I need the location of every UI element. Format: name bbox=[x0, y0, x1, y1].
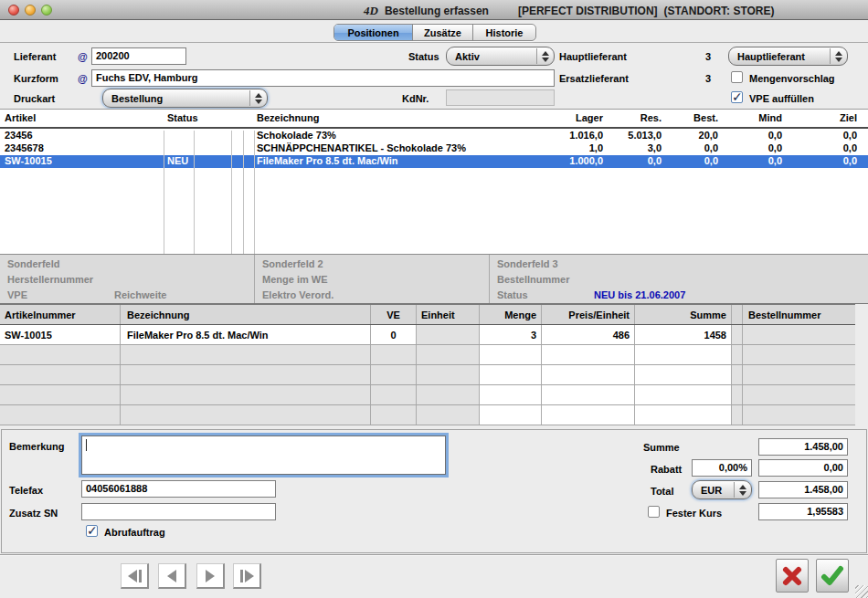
tab-historie[interactable]: Historie bbox=[473, 25, 535, 40]
abrufauftrag-checkbox[interactable] bbox=[86, 525, 98, 537]
lieferant-input[interactable]: 200200 bbox=[91, 47, 186, 65]
kurzform-input[interactable]: Fuchs EDV, Hamburg bbox=[91, 69, 555, 87]
cell-artikelnummer: SW-10015 bbox=[0, 325, 120, 344]
cell-best: 0,0 bbox=[704, 142, 718, 153]
telefax-input[interactable]: 04056061888 bbox=[81, 480, 276, 498]
cancel-button[interactable] bbox=[776, 559, 809, 593]
rabatt-percent-input[interactable]: 0,00% bbox=[692, 459, 752, 477]
cell-bezeichnung bbox=[120, 365, 370, 384]
col-header-lager[interactable]: Lager bbox=[576, 112, 603, 123]
next-record-button[interactable] bbox=[196, 563, 225, 589]
cell-menge[interactable] bbox=[479, 385, 541, 404]
window-titlebar[interactable]: 4D Bestellung erfassen [PERFECT DISTRIBU… bbox=[0, 0, 868, 20]
col-header-status[interactable]: Status bbox=[167, 112, 198, 123]
cell-bestellnummer bbox=[742, 325, 855, 344]
cell-artikel: SW-10015 bbox=[5, 155, 52, 166]
cell-preis[interactable]: 486 bbox=[541, 325, 634, 344]
col-header-ziel[interactable]: Ziel bbox=[840, 112, 857, 123]
window-title-location: (STANDORT: STORE) bbox=[664, 5, 775, 17]
article-list: Artikel Status Bezeichnung Lager Res. Be… bbox=[0, 109, 868, 254]
lieferantart-dropdown[interactable]: Hauptlieferant bbox=[728, 47, 848, 66]
bemerkung-textarea[interactable] bbox=[81, 435, 446, 475]
col-header-bestellnummer[interactable]: Bestellnummer bbox=[742, 305, 855, 324]
col-header-preis[interactable]: Preis/Einheit bbox=[541, 305, 634, 324]
col-header-ve[interactable]: VE bbox=[370, 305, 416, 324]
cell-res: 0,0 bbox=[648, 155, 662, 166]
col-header-menge[interactable]: Menge bbox=[479, 305, 541, 324]
next-record-icon bbox=[206, 570, 215, 582]
cell-preis[interactable] bbox=[541, 365, 634, 384]
col-header-summe[interactable]: Summe bbox=[634, 305, 731, 324]
col-header-bezeichnung[interactable]: Bezeichnung bbox=[120, 305, 370, 324]
cell-artikel: 2345678 bbox=[5, 142, 44, 153]
cell-preis[interactable] bbox=[541, 405, 634, 425]
at-icon[interactable]: @ bbox=[78, 73, 88, 84]
last-record-button[interactable] bbox=[233, 563, 261, 589]
cell-menge[interactable] bbox=[479, 405, 541, 425]
col-header-mind[interactable]: Mind bbox=[758, 112, 782, 123]
position-row-empty[interactable] bbox=[0, 365, 855, 385]
first-record-button[interactable] bbox=[121, 563, 149, 589]
minimize-window-icon[interactable] bbox=[25, 5, 36, 16]
zoom-window-icon[interactable] bbox=[41, 5, 52, 16]
previous-record-button[interactable] bbox=[158, 563, 186, 589]
cell-summe[interactable] bbox=[634, 405, 731, 425]
cell-preis[interactable] bbox=[541, 345, 634, 364]
table-row[interactable]: 23456 Schokolade 73% 1.016,0 5.013,0 20,… bbox=[0, 130, 868, 142]
cell-artikelnummer bbox=[0, 365, 120, 384]
cell-ve bbox=[370, 345, 416, 364]
zusatz-sn-label: Zusatz SN bbox=[9, 508, 58, 519]
position-row-empty[interactable] bbox=[0, 405, 855, 425]
cell-summe[interactable] bbox=[634, 345, 731, 364]
bestellnummer-label: Bestellnummer bbox=[497, 274, 569, 285]
bar-icon bbox=[240, 570, 243, 582]
col-header-artikel[interactable]: Artikel bbox=[5, 112, 36, 123]
cell-einheit bbox=[416, 365, 479, 384]
fester-kurs-checkbox[interactable] bbox=[648, 506, 660, 518]
vpe-auffuellen-label: VPE auffüllen bbox=[749, 93, 814, 104]
cell-spacer bbox=[731, 345, 742, 364]
article-info-panel: Sonderfeld Herstellernummer VPE Reichwei… bbox=[0, 254, 868, 304]
cell-bestellnummer bbox=[742, 365, 855, 384]
druckart-dropdown[interactable]: Bestellung bbox=[102, 89, 268, 108]
status-dropdown[interactable]: Aktiv bbox=[446, 47, 555, 66]
col-header-best[interactable]: Best. bbox=[693, 112, 718, 123]
cell-bezeichnung bbox=[120, 345, 370, 364]
col-header-res[interactable]: Res. bbox=[640, 112, 662, 123]
col-header-einheit[interactable]: Einheit bbox=[416, 305, 479, 324]
cell-artikelnummer bbox=[0, 385, 120, 404]
cell-menge[interactable]: 3 bbox=[479, 325, 541, 344]
cell-summe[interactable] bbox=[634, 365, 731, 384]
mengenvorschlag-checkbox[interactable] bbox=[731, 71, 743, 83]
tab-positionen[interactable]: Positionen bbox=[334, 25, 413, 40]
panel-divider bbox=[254, 255, 255, 303]
resize-grip[interactable] bbox=[855, 585, 868, 598]
currency-dropdown[interactable]: EUR bbox=[692, 480, 752, 499]
cell-summe[interactable] bbox=[634, 385, 731, 404]
footer-separator bbox=[0, 554, 868, 556]
cell-menge[interactable] bbox=[479, 365, 541, 384]
position-row-empty[interactable] bbox=[0, 345, 855, 365]
total-field: 1.458,00 bbox=[758, 481, 848, 498]
col-header-artikelnummer[interactable]: Artikelnummer bbox=[0, 305, 120, 324]
cell-summe[interactable]: 1458 bbox=[634, 325, 731, 344]
cell-menge[interactable] bbox=[479, 345, 541, 364]
cell-best: 0,0 bbox=[704, 155, 718, 166]
position-row[interactable]: SW-10015 FileMaker Pro 8.5 dt. Mac/Win 0… bbox=[0, 325, 855, 345]
table-row-selected[interactable]: SW-10015 NEU FileMaker Pro 8.5 dt. Mac/W… bbox=[0, 155, 868, 168]
vpe-auffuellen-checkbox[interactable] bbox=[731, 91, 743, 103]
tab-zusaetze[interactable]: Zusätze bbox=[413, 25, 473, 40]
table-row[interactable]: 2345678 SCHNÄPPCHENARTIKEL - Schokolade … bbox=[0, 142, 868, 155]
column-separator bbox=[243, 131, 244, 254]
cell-mind: 0,0 bbox=[768, 130, 782, 141]
cell-preis[interactable] bbox=[541, 385, 634, 404]
zusatz-sn-input[interactable] bbox=[81, 503, 276, 520]
col-header-bezeichnung[interactable]: Bezeichnung bbox=[257, 112, 319, 123]
at-icon[interactable]: @ bbox=[78, 51, 88, 62]
bemerkung-label: Bemerkung bbox=[9, 441, 65, 452]
confirm-button[interactable] bbox=[816, 559, 849, 593]
close-window-icon[interactable] bbox=[8, 5, 19, 16]
position-row-empty[interactable] bbox=[0, 385, 855, 405]
window-title-company: [PERFECT DISTRIBUTION] bbox=[518, 5, 658, 17]
cell-einheit bbox=[416, 325, 479, 344]
